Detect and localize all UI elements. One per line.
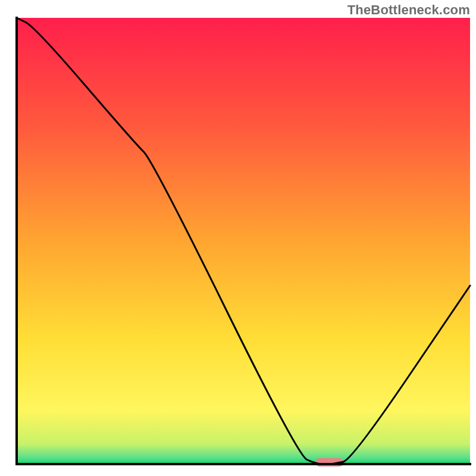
chart-svg: [0, 0, 476, 476]
chart-container: TheBottleneck.com: [0, 0, 476, 476]
watermark-text: TheBottleneck.com: [347, 2, 470, 18]
